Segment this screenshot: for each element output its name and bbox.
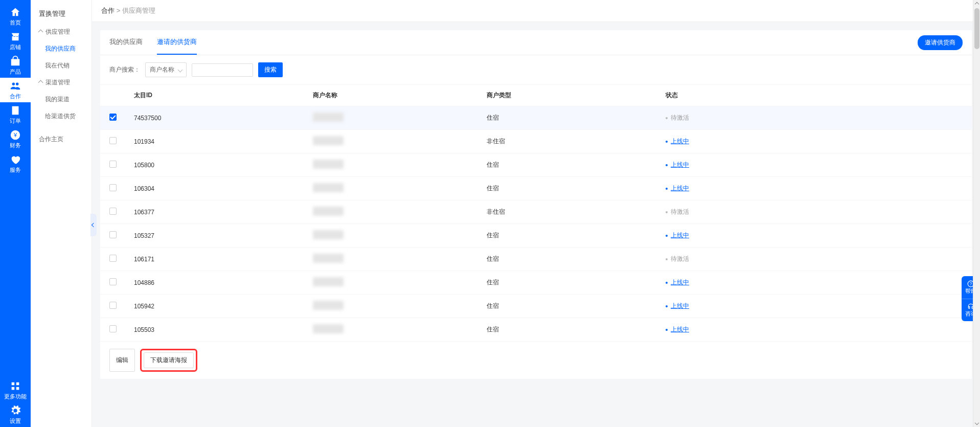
cell-name bbox=[313, 254, 487, 264]
rail-item-more[interactable]: 更多功能 bbox=[0, 378, 31, 402]
search-input[interactable] bbox=[192, 63, 253, 77]
cell-name bbox=[313, 230, 487, 241]
status-badge[interactable]: 上线中 bbox=[666, 231, 689, 240]
subnav-item-supply-to-channel[interactable]: 给渠道供货 bbox=[31, 108, 92, 125]
redacted-name bbox=[313, 277, 344, 286]
sidebar-collapse-handle[interactable] bbox=[90, 214, 97, 236]
breadcrumb-current: 供应商管理 bbox=[122, 7, 155, 14]
status-badge[interactable]: 上线中 bbox=[666, 184, 689, 193]
row-checkbox[interactable] bbox=[109, 137, 117, 144]
download-invite-poster-button[interactable]: 下载邀请海报 bbox=[144, 352, 194, 368]
table-row[interactable]: 105942住宿上线中 bbox=[100, 295, 972, 318]
rail-item-shop[interactable]: 店铺 bbox=[0, 29, 31, 53]
table-row[interactable]: 105800住宿上线中 bbox=[100, 153, 972, 177]
subnav-item-consignment[interactable]: 我在代销 bbox=[31, 57, 92, 74]
cell-status: 上线中 bbox=[666, 325, 963, 334]
cell-type: 住宿 bbox=[487, 325, 666, 334]
subnav-item-my-channels[interactable]: 我的渠道 bbox=[31, 91, 92, 108]
rail-item-service[interactable]: 服务 bbox=[0, 151, 31, 176]
currency-icon: ¥ bbox=[10, 129, 21, 141]
redacted-name bbox=[313, 183, 344, 192]
cell-name bbox=[313, 136, 487, 147]
row-checkbox[interactable] bbox=[109, 114, 117, 121]
scroll-up-arrow[interactable] bbox=[973, 0, 980, 7]
subnav-item-my-suppliers[interactable]: 我的供应商 bbox=[31, 40, 92, 57]
row-checkbox[interactable] bbox=[109, 231, 117, 238]
table-row[interactable]: 106377非住宿待激活 bbox=[100, 200, 972, 224]
rail-item-home[interactable]: 首页 bbox=[0, 4, 31, 29]
highlight-box: 下载邀请海报 bbox=[140, 349, 197, 372]
row-checkbox[interactable] bbox=[109, 255, 117, 262]
scroll-thumb[interactable] bbox=[974, 8, 979, 49]
search-field-select[interactable]: 商户名称 bbox=[145, 62, 187, 77]
redacted-name bbox=[313, 136, 344, 145]
cell-type: 住宿 bbox=[487, 231, 666, 240]
table-header-row: 太目ID 商户名称 商户类型 状态 bbox=[100, 85, 972, 106]
cell-status: 上线中 bbox=[666, 302, 963, 311]
row-checkbox[interactable] bbox=[109, 325, 117, 332]
cell-status: 上线中 bbox=[666, 278, 963, 287]
tab-my-suppliers[interactable]: 我的供应商 bbox=[109, 30, 143, 55]
cell-name bbox=[313, 113, 487, 123]
cell-type: 住宿 bbox=[487, 184, 666, 193]
table-row[interactable]: 101934非住宿上线中 bbox=[100, 130, 972, 153]
table-row[interactable]: 106171住宿待激活 bbox=[100, 248, 972, 271]
row-checkbox[interactable] bbox=[109, 161, 117, 168]
rail-item-coop[interactable]: 合作 bbox=[0, 78, 31, 102]
row-checkbox[interactable] bbox=[109, 184, 117, 191]
invite-supplier-button[interactable]: 邀请供货商 bbox=[918, 35, 963, 50]
page-scrollbar[interactable] bbox=[973, 0, 980, 427]
cell-status: 待激活 bbox=[666, 255, 963, 264]
rail-item-order[interactable]: 订单 bbox=[0, 102, 31, 127]
table-row[interactable]: 104886住宿上线中 bbox=[100, 271, 972, 295]
rail-item-product[interactable]: 产品 bbox=[0, 53, 31, 78]
rail-label: 设置 bbox=[10, 417, 21, 425]
status-badge[interactable]: 上线中 bbox=[666, 325, 689, 334]
edit-button[interactable]: 编辑 bbox=[109, 349, 135, 372]
cell-name bbox=[313, 207, 487, 217]
row-checkbox[interactable] bbox=[109, 208, 117, 215]
row-checkbox[interactable] bbox=[109, 302, 117, 309]
redacted-name bbox=[313, 324, 344, 333]
th-id: 太目ID bbox=[134, 91, 313, 100]
row-checkbox[interactable] bbox=[109, 278, 117, 285]
breadcrumb: 合作 > 供应商管理 bbox=[92, 0, 980, 22]
left-rail: 首页 店铺 产品 合作 订单 ¥ 财务 服务 更多功能 bbox=[0, 0, 31, 427]
table-row[interactable]: 105503住宿上线中 bbox=[100, 318, 972, 342]
rail-label: 合作 bbox=[10, 93, 21, 100]
subnav-group-channel[interactable]: 渠道管理 bbox=[31, 74, 92, 91]
table-row[interactable]: 74537500住宿待激活 bbox=[100, 106, 972, 130]
cell-id: 106171 bbox=[134, 256, 313, 263]
cell-name bbox=[313, 277, 487, 288]
gear-icon bbox=[10, 405, 21, 416]
home-icon bbox=[10, 7, 21, 18]
search-button[interactable]: 搜索 bbox=[258, 62, 283, 77]
cell-type: 住宿 bbox=[487, 255, 666, 263]
table-actions: 编辑 下载邀请海报 bbox=[100, 342, 972, 379]
breadcrumb-root[interactable]: 合作 bbox=[101, 7, 115, 14]
status-badge[interactable]: 上线中 bbox=[666, 302, 689, 310]
subnav-group-supply[interactable]: 供应管理 bbox=[31, 24, 92, 40]
status-badge: 待激活 bbox=[666, 208, 689, 216]
cell-name bbox=[313, 301, 487, 311]
breadcrumb-sep: > bbox=[117, 7, 121, 14]
subnav-item-coop-home[interactable]: 合作主页 bbox=[31, 131, 92, 148]
cell-type: 住宿 bbox=[487, 302, 666, 310]
table-row[interactable]: 105327住宿上线中 bbox=[100, 224, 972, 248]
rail-item-finance[interactable]: ¥ 财务 bbox=[0, 127, 31, 151]
status-badge[interactable]: 上线中 bbox=[666, 278, 689, 287]
table-row[interactable]: 106304住宿上线中 bbox=[100, 177, 972, 200]
status-badge[interactable]: 上线中 bbox=[666, 137, 689, 146]
rail-label: 首页 bbox=[10, 19, 21, 27]
redacted-name bbox=[313, 207, 344, 216]
cell-status: 待激活 bbox=[666, 208, 963, 217]
svg-rect-3 bbox=[16, 382, 19, 385]
status-badge: 待激活 bbox=[666, 255, 689, 263]
cell-status: 上线中 bbox=[666, 184, 963, 193]
tab-invited-suppliers[interactable]: 邀请的供货商 bbox=[157, 30, 197, 55]
cell-name bbox=[313, 160, 487, 170]
heart-icon bbox=[10, 154, 21, 165]
scroll-down-arrow[interactable] bbox=[973, 420, 980, 427]
rail-item-settings[interactable]: 设置 bbox=[0, 402, 31, 427]
status-badge[interactable]: 上线中 bbox=[666, 161, 689, 169]
